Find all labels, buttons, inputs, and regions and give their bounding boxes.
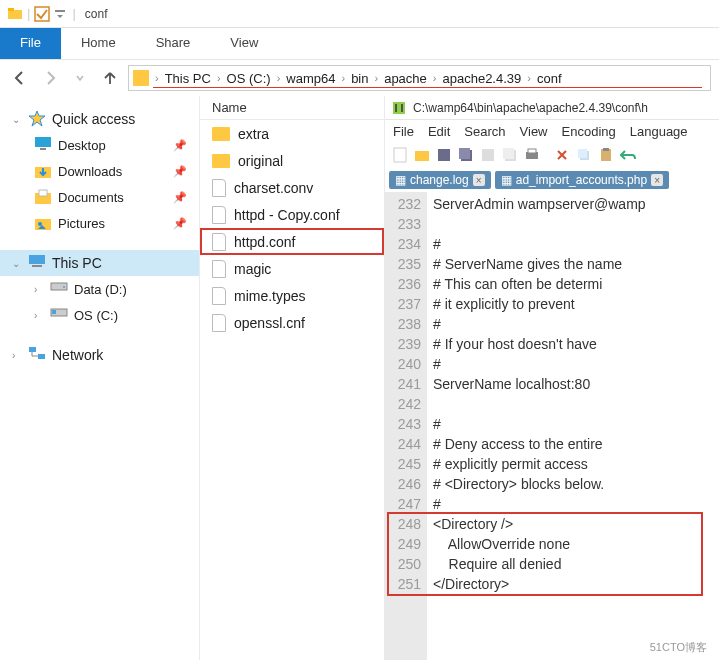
sidebar-data-drive[interactable]: › Data (D:) [0, 276, 199, 302]
close-icon[interactable] [479, 146, 497, 164]
crumb-conf[interactable]: conf [533, 71, 566, 86]
up-button[interactable] [98, 66, 122, 90]
desktop-icon [34, 136, 52, 154]
svg-rect-16 [52, 310, 56, 314]
crumb-os[interactable]: OS (C:) [223, 71, 275, 86]
list-item-label: extra [238, 126, 269, 142]
svg-rect-11 [29, 255, 45, 264]
sidebar-os-drive[interactable]: › OS (C:) [0, 302, 199, 328]
npp-tab-label: ad_import_accounts.php [516, 173, 647, 187]
npp-menu-view[interactable]: View [520, 124, 548, 139]
downloads-icon [34, 162, 52, 180]
column-header-name[interactable]: Name [200, 96, 384, 120]
svg-rect-4 [35, 137, 51, 147]
list-item-label: httpd.conf [234, 234, 296, 250]
list-item[interactable]: openssl.cnf [200, 309, 384, 336]
npp-tab-strip: ▦ change.log × ▦ ad_import_accounts.php … [385, 168, 719, 192]
save-all-icon[interactable] [457, 146, 475, 164]
cut-icon[interactable] [553, 146, 571, 164]
pictures-icon [34, 214, 52, 232]
chevron-right-icon[interactable]: › [215, 72, 223, 84]
code-area[interactable]: ServerAdmin wampserver@wamp ## ServerNam… [427, 192, 719, 660]
sidebar-documents[interactable]: Documents 📌 [0, 184, 199, 210]
breadcrumb[interactable]: › This PC › OS (C:) › wamp64 › bin › apa… [128, 65, 711, 91]
list-item[interactable]: charset.conv [200, 174, 384, 201]
file-icon [212, 233, 226, 251]
close-tab-icon[interactable]: × [651, 174, 663, 186]
tab-view[interactable]: View [210, 28, 278, 59]
svg-rect-21 [415, 151, 429, 161]
list-item[interactable]: httpd - Copy.conf [200, 201, 384, 228]
npp-menubar: File Edit Search View Encoding Language [385, 120, 719, 142]
sidebar-downloads[interactable]: Downloads 📌 [0, 158, 199, 184]
print-icon[interactable] [523, 146, 541, 164]
copy-icon[interactable] [575, 146, 593, 164]
svg-rect-8 [39, 190, 47, 196]
svg-rect-29 [528, 149, 536, 153]
list-item[interactable]: original [200, 147, 384, 174]
svg-rect-0 [8, 10, 22, 19]
list-item[interactable]: extra [200, 120, 384, 147]
close-all-icon[interactable] [501, 146, 519, 164]
checkbox-icon[interactable] [33, 5, 51, 23]
dropdown-icon[interactable] [51, 5, 69, 23]
npp-menu-encoding[interactable]: Encoding [562, 124, 616, 139]
list-item[interactable]: httpd.conf [200, 228, 384, 255]
list-item[interactable]: mime.types [200, 282, 384, 309]
pc-icon [28, 254, 46, 272]
folder-icon [212, 127, 230, 141]
forward-button[interactable] [38, 66, 62, 90]
annotation-underline [153, 87, 702, 88]
npp-menu-file[interactable]: File [393, 124, 414, 139]
sidebar-quickaccess[interactable]: ⌄ Quick access [0, 106, 199, 132]
paste-icon[interactable] [597, 146, 615, 164]
navigation-pane: ⌄ Quick access Desktop 📌 Downloads 📌 Doc… [0, 96, 200, 660]
sidebar-thispc[interactable]: ⌄ This PC [0, 250, 199, 276]
sidebar-label: OS (C:) [74, 308, 118, 323]
chevron-right-icon[interactable]: › [339, 72, 347, 84]
crumb-apache[interactable]: apache [380, 71, 431, 86]
svg-rect-5 [40, 148, 46, 150]
list-item[interactable]: magic [200, 255, 384, 282]
save-icon[interactable] [435, 146, 453, 164]
back-button[interactable] [8, 66, 32, 90]
crumb-apache2439[interactable]: apache2.4.39 [438, 71, 525, 86]
main-area: ⌄ Quick access Desktop 📌 Downloads 📌 Doc… [0, 96, 719, 660]
undo-icon[interactable] [619, 146, 637, 164]
chevron-right-icon[interactable]: › [153, 72, 161, 84]
chevron-right-icon[interactable]: › [275, 72, 283, 84]
tab-file[interactable]: File [0, 28, 61, 59]
npp-menu-edit[interactable]: Edit [428, 124, 450, 139]
npp-menu-language[interactable]: Language [630, 124, 688, 139]
tab-home[interactable]: Home [61, 28, 136, 59]
npp-tab-adimport[interactable]: ▦ ad_import_accounts.php × [495, 171, 669, 189]
npp-app-icon [391, 100, 407, 116]
close-tab-icon[interactable]: × [473, 174, 485, 186]
open-file-icon[interactable] [413, 146, 431, 164]
sidebar-label: Desktop [58, 138, 106, 153]
crumb-wamp64[interactable]: wamp64 [282, 71, 339, 86]
sidebar-pictures[interactable]: Pictures 📌 [0, 210, 199, 236]
list-item-label: original [238, 153, 283, 169]
chevron-right-icon[interactable]: › [431, 72, 439, 84]
list-item-label: magic [234, 261, 271, 277]
recent-dropdown[interactable] [68, 66, 92, 90]
tab-share[interactable]: Share [136, 28, 211, 59]
npp-tab-changelog[interactable]: ▦ change.log × [389, 171, 491, 189]
crumb-bin[interactable]: bin [347, 71, 372, 86]
chevron-right-icon[interactable]: › [372, 72, 380, 84]
sidebar-label: Downloads [58, 164, 122, 179]
svg-point-10 [38, 222, 42, 226]
svg-rect-20 [394, 148, 406, 162]
sidebar-network[interactable]: › Network [0, 342, 199, 368]
crumb-thispc[interactable]: This PC [161, 71, 215, 86]
new-file-icon[interactable] [391, 146, 409, 164]
svg-rect-31 [578, 149, 587, 158]
sidebar-desktop[interactable]: Desktop 📌 [0, 132, 199, 158]
chevron-right-icon[interactable]: › [525, 72, 533, 84]
npp-menu-search[interactable]: Search [464, 124, 505, 139]
star-icon [28, 110, 46, 128]
npp-editor[interactable]: 2322332342352362372382392402412422432442… [385, 192, 719, 660]
documents-icon [34, 188, 52, 206]
caret-icon: ⌄ [12, 258, 22, 269]
